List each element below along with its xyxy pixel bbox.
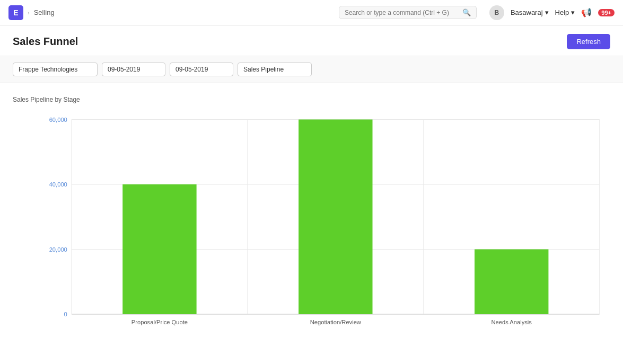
svg-text:40,000: 40,000 <box>49 181 67 188</box>
chart-container: 020,00040,00060,000Proposal/Price QuoteN… <box>39 114 610 336</box>
chart-area: Sales Pipeline by Stage 020,00040,00060,… <box>0 83 623 345</box>
svg-text:Proposal/Price Quote: Proposal/Price Quote <box>131 319 188 325</box>
svg-text:Negotiation/Review: Negotiation/Review <box>310 319 362 325</box>
app-icon[interactable]: E <box>8 5 23 20</box>
notification-badge[interactable]: 99+ <box>598 9 615 16</box>
breadcrumb-chevron: › <box>28 10 30 16</box>
pipeline-filter[interactable]: Sales Pipeline <box>238 63 312 76</box>
svg-rect-16 <box>475 250 548 315</box>
nav-section-label[interactable]: Selling <box>34 8 55 16</box>
navbar: E › Selling 🔍 B Basawaraj ▾ Help ▾ 📢 99+ <box>0 0 623 25</box>
nav-right-area: B Basawaraj ▾ Help ▾ 📢 99+ <box>489 5 615 20</box>
svg-text:60,000: 60,000 <box>49 117 67 123</box>
svg-text:20,000: 20,000 <box>49 246 67 253</box>
help-label: Help <box>555 8 569 16</box>
svg-text:Needs Analysis: Needs Analysis <box>492 319 532 325</box>
user-dropdown-icon: ▾ <box>545 8 549 16</box>
search-bar[interactable]: 🔍 <box>339 6 477 19</box>
refresh-button[interactable]: Refresh <box>567 34 610 49</box>
date-to-filter[interactable]: 09-05-2019 <box>170 63 233 76</box>
help-menu[interactable]: Help ▾ <box>555 8 575 16</box>
date-from-filter[interactable]: 09-05-2019 <box>102 63 165 76</box>
svg-text:0: 0 <box>64 311 67 317</box>
date-to-value: 09-05-2019 <box>176 66 208 73</box>
svg-rect-10 <box>122 184 196 314</box>
page-wrapper: Sales Funnel Refresh Frappe Technologies… <box>0 25 623 364</box>
user-menu[interactable]: Basawaraj ▾ <box>511 8 549 16</box>
help-dropdown-icon: ▾ <box>571 8 575 16</box>
page-header: Sales Funnel Refresh <box>0 25 623 56</box>
filters-bar: Frappe Technologies 09-05-2019 09-05-201… <box>0 56 623 83</box>
chart-title: Sales Pipeline by Stage <box>13 96 610 103</box>
svg-rect-13 <box>299 120 372 315</box>
notification-icon[interactable]: 📢 <box>581 7 592 17</box>
search-icon: 🔍 <box>462 8 471 16</box>
user-name: Basawaraj <box>511 8 543 16</box>
page-title: Sales Funnel <box>13 35 78 48</box>
company-filter[interactable]: Frappe Technologies <box>13 63 98 76</box>
date-from-value: 09-05-2019 <box>108 66 140 73</box>
chart-svg: 020,00040,00060,000Proposal/Price QuoteN… <box>39 114 610 336</box>
company-filter-value: Frappe Technologies <box>19 66 77 73</box>
search-input[interactable] <box>345 9 459 16</box>
pipeline-filter-value: Sales Pipeline <box>243 66 284 73</box>
avatar: B <box>489 5 504 20</box>
